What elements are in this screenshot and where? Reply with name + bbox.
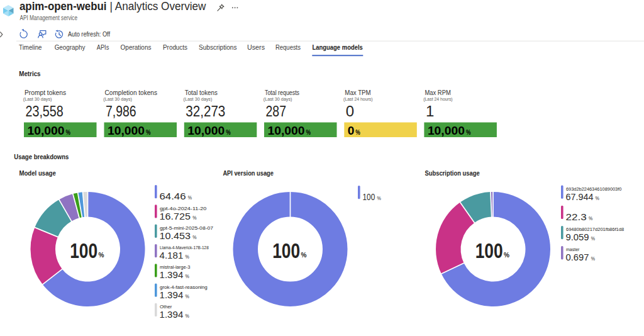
svg-text:Language models: Language models (313, 44, 364, 51)
svg-text:Total requests: Total requests (265, 89, 299, 96)
svg-text:(Last 30 days): (Last 30 days) (264, 96, 292, 102)
svg-text:Llama-4-Maverick-17B-128: Llama-4-Maverick-17B-128 (160, 245, 209, 250)
svg-text:Metrics: Metrics (19, 70, 40, 77)
svg-text:%: % (591, 236, 595, 242)
svg-text:10,000: 10,000 (187, 124, 225, 137)
svg-text:%: % (146, 128, 151, 136)
svg-text:10.453: 10.453 (160, 231, 191, 241)
svg-text:%: % (504, 251, 509, 259)
svg-text:apim-open-webui: apim-open-webui (19, 0, 107, 13)
svg-text:gpt-4o-2024-11-20: gpt-4o-2024-11-20 (160, 206, 206, 211)
svg-text:mistral-large-3: mistral-large-3 (160, 264, 191, 270)
svg-text:%: % (301, 251, 306, 259)
svg-text:%: % (186, 254, 189, 260)
svg-text:%: % (591, 256, 595, 262)
svg-text:16.725: 16.725 (160, 211, 191, 221)
svg-text:(Last 24 hours): (Last 24 hours) (343, 96, 373, 102)
svg-text:1.394: 1.394 (160, 310, 184, 320)
svg-text:0: 0 (348, 124, 355, 137)
svg-text:%: % (596, 196, 599, 201)
svg-text:1.394: 1.394 (160, 270, 184, 280)
svg-text:Geography: Geography (55, 44, 86, 51)
svg-text:0.697: 0.697 (566, 252, 589, 262)
svg-text:Products: Products (163, 44, 187, 51)
svg-text:master: master (566, 247, 580, 252)
svg-text:%: % (306, 128, 311, 136)
svg-text:%: % (98, 251, 104, 259)
svg-text:%: % (466, 128, 471, 136)
svg-text:Requests: Requests (275, 44, 301, 51)
svg-text:0: 0 (346, 103, 354, 120)
svg-text:%: % (377, 196, 380, 201)
svg-text:%: % (192, 215, 196, 221)
svg-text:100: 100 (272, 239, 300, 262)
svg-text:%: % (186, 274, 189, 279)
svg-text:Subscription usage: Subscription usage (425, 169, 479, 177)
svg-text:Other: Other (160, 304, 172, 310)
svg-text:Operations: Operations (121, 44, 152, 51)
svg-text:API Management service: API Management service (20, 14, 78, 21)
svg-text:%: % (355, 128, 360, 136)
svg-text:%: % (589, 216, 592, 221)
svg-text:9.059: 9.059 (566, 232, 589, 242)
svg-text:grok-4-fast-reasoning: grok-4-fast-reasoning (160, 284, 208, 290)
svg-text:%: % (226, 128, 231, 136)
svg-text:Completion tokens: Completion tokens (105, 89, 158, 96)
svg-text:gpt-5-mini-2025-08-07: gpt-5-mini-2025-08-07 (160, 225, 213, 231)
svg-text:Timeline: Timeline (19, 44, 42, 51)
svg-text:10,000: 10,000 (428, 124, 465, 137)
svg-text:7,986: 7,986 (106, 103, 136, 120)
svg-text:%: % (192, 235, 196, 240)
svg-text:693d2b22463461089003f0: 693d2b22463461089003f0 (566, 186, 621, 192)
svg-text:%: % (186, 294, 189, 300)
svg-text:Auto refresh: Off: Auto refresh: Off (68, 30, 111, 38)
svg-text:(Last 24 hours): (Last 24 hours) (423, 96, 453, 102)
svg-text:Usage breakdowns: Usage breakdowns (14, 153, 69, 160)
svg-text:32,273: 32,273 (186, 103, 225, 120)
svg-text:(Last 30 days): (Last 30 days) (184, 96, 213, 102)
svg-text:100: 100 (475, 239, 503, 262)
svg-text:APIs: APIs (97, 44, 109, 51)
svg-text:Prompt tokens: Prompt tokens (25, 89, 66, 96)
svg-text:64.46: 64.46 (160, 191, 186, 201)
svg-text:67.944: 67.944 (566, 192, 594, 202)
svg-text:(Last 30 days): (Last 30 days) (23, 96, 52, 102)
svg-text:1: 1 (426, 103, 434, 120)
svg-text:%: % (186, 313, 189, 319)
svg-text:22.3: 22.3 (566, 212, 587, 222)
svg-text:%: % (66, 128, 71, 136)
svg-text:Max RPM: Max RPM (425, 89, 450, 96)
svg-text:4.181: 4.181 (160, 250, 184, 260)
svg-text:1.394: 1.394 (160, 290, 184, 300)
svg-text:Users: Users (247, 44, 265, 51)
svg-text:287: 287 (266, 103, 287, 120)
svg-text:100: 100 (70, 239, 97, 262)
svg-text:Subscriptions: Subscriptions (199, 44, 237, 51)
svg-text:API version usage: API version usage (223, 169, 274, 177)
svg-text:Model usage: Model usage (19, 169, 55, 177)
svg-text:10,000: 10,000 (28, 124, 65, 137)
svg-text:100: 100 (363, 192, 375, 202)
svg-text:| Analytics Overview: | Analytics Overview (110, 0, 207, 13)
svg-text:69480b80217d201fb86f1d8: 69480b80217d201fb86f1d8 (566, 227, 624, 232)
svg-text:%: % (188, 195, 192, 201)
svg-text:10,000: 10,000 (268, 124, 305, 137)
svg-text:10,000: 10,000 (108, 124, 145, 137)
svg-text:23,558: 23,558 (26, 103, 64, 120)
svg-text:Max TPM: Max TPM (345, 89, 370, 96)
svg-text:Total tokens: Total tokens (185, 89, 218, 96)
svg-text:(Last 30 days): (Last 30 days) (103, 96, 132, 102)
